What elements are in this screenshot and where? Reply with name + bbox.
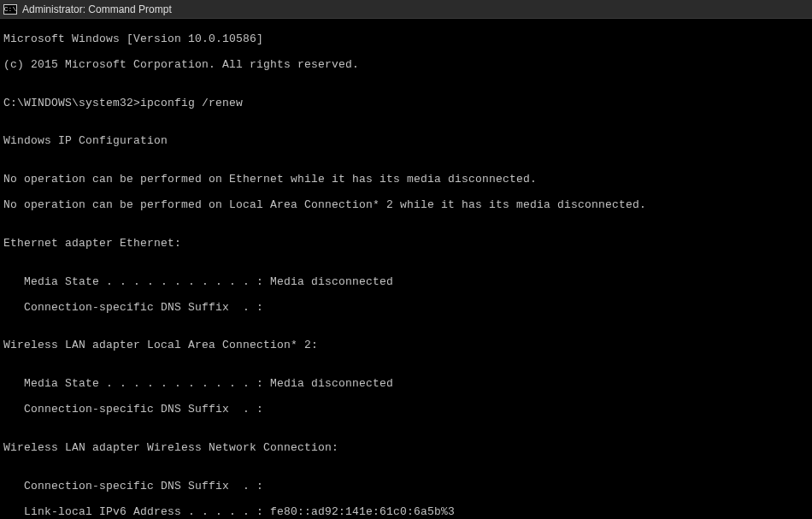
- output-line: Wireless LAN adapter Local Area Connecti…: [3, 339, 809, 352]
- terminal-output[interactable]: Microsoft Windows [Version 10.0.10586] (…: [0, 19, 812, 519]
- output-line: Connection-specific DNS Suffix . :: [3, 481, 809, 493]
- output-line: Windows IP Configuration: [3, 135, 809, 148]
- output-line: Connection-specific DNS Suffix . :: [3, 302, 809, 315]
- output-line: Link-local IPv6 Address . . . . . : fe80…: [3, 506, 809, 519]
- output-line: (c) 2015 Microsoft Corporation. All righ…: [3, 59, 809, 72]
- output-line: Connection-specific DNS Suffix . :: [3, 404, 809, 416]
- window-title: Administrator: Command Prompt: [22, 3, 172, 15]
- cmd-icon: C:\: [3, 4, 17, 15]
- output-line: No operation can be performed on Etherne…: [3, 174, 809, 186]
- output-line: Microsoft Windows [Version 10.0.10586]: [3, 33, 809, 46]
- output-line: Media State . . . . . . . . . . . : Medi…: [3, 276, 809, 289]
- output-line: No operation can be performed on Local A…: [3, 199, 809, 212]
- output-line: Media State . . . . . . . . . . . : Medi…: [3, 378, 809, 391]
- output-line: Wireless LAN adapter Wireless Network Co…: [3, 442, 809, 455]
- window-titlebar[interactable]: C:\ Administrator: Command Prompt: [0, 0, 812, 19]
- output-line: Ethernet adapter Ethernet:: [3, 238, 809, 251]
- prompt-line: C:\WINDOWS\system32>ipconfig /renew: [3, 97, 809, 110]
